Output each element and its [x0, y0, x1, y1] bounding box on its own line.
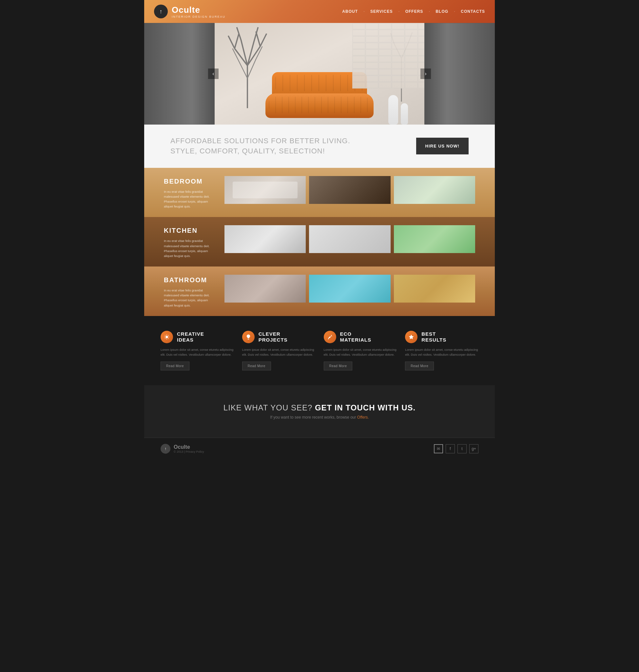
feature-creative-title2: IDEAS	[177, 337, 204, 343]
hero-slider: ‹ ›	[144, 23, 495, 125]
contact-offers-link[interactable]: Offers.	[357, 415, 369, 419]
kitchen-image-2[interactable]	[309, 225, 390, 253]
kitchen-images	[224, 225, 475, 253]
kitchen-title: KITCHEN	[164, 227, 218, 234]
cta-section: AFFORDABLE SOLUTIONS FOR BETTER LIVING. …	[144, 125, 495, 168]
kitchen-image-1[interactable]	[224, 225, 306, 253]
bathroom-image-2[interactable]	[309, 275, 390, 303]
contact-line2: GET IN TOUCH WITH US.	[315, 403, 416, 412]
brand-name: Oculte	[172, 5, 200, 15]
cta-line2: STYLE, COMFORT, QUALITY, SELECTION!	[170, 146, 350, 156]
header: ↑ Oculte INTERIOR DESIGN BUREAU ABOUT • …	[144, 0, 495, 23]
vase-2	[401, 103, 408, 125]
contact-main-text: LIKE WHAT YOU SEE? GET IN TOUCH WITH US.	[170, 403, 469, 412]
kitchen-image-3[interactable]	[394, 225, 475, 253]
bedroom-desc: In eu erat vitae felis gravidat malesuae…	[164, 189, 218, 209]
feature-eco-title1: ECO	[340, 331, 371, 337]
hero-image-area	[215, 23, 424, 125]
feature-creative-desc: Lorem ipsum dolor sit amet, conse eturet…	[160, 347, 234, 357]
nav-contacts[interactable]: CONTACTS	[461, 9, 485, 14]
bedroom-image-3[interactable]	[394, 176, 475, 204]
cta-line1: AFFORDABLE SOLUTIONS FOR BETTER LIVING.	[170, 136, 350, 146]
logo-area: ↑ Oculte INTERIOR DESIGN BUREAU	[154, 4, 225, 18]
bedroom-info: BEDROOM In eu erat vitae felis gravidat …	[164, 176, 218, 209]
feature-best-titles: BEST RESULTS	[421, 331, 446, 343]
feature-best-header: BEST RESULTS	[405, 331, 479, 343]
feature-eco-titles: ECO MATERIALS	[340, 331, 371, 343]
nav-dot-1: •	[364, 11, 364, 13]
footer: ↑ Oculte © 2013 | Privacy Policy ✉ f t g…	[144, 438, 495, 460]
contact-section: LIKE WHAT YOU SEE? GET IN TOUCH WITH US.…	[144, 385, 495, 438]
kitchen-section: KITCHEN In eu erat vitae felis gravidat …	[144, 217, 495, 266]
bathroom-image-3[interactable]	[394, 275, 475, 303]
bathroom-section: BATHROOM In eu erat vitae felis gravidat…	[144, 266, 495, 316]
bedroom-section: BEDROOM In eu erat vitae felis gravidat …	[144, 168, 495, 217]
nav-services[interactable]: SERVICES	[370, 9, 393, 14]
footer-logo: ↑ Oculte © 2013 | Privacy Policy	[160, 444, 204, 454]
svg-rect-1	[352, 23, 424, 89]
feature-creative: CREATIVE IDEAS Lorem ipsum dolor sit ame…	[160, 331, 234, 370]
footer-brand-name: Oculte	[174, 444, 204, 450]
social-gplus-button[interactable]: g+	[469, 444, 479, 453]
feature-best-title1: BEST	[421, 331, 446, 337]
kitchen-info: KITCHEN In eu erat vitae felis gravidat …	[164, 225, 218, 258]
feature-best-title2: RESULTS	[421, 337, 446, 343]
hero-left-overlay	[144, 23, 213, 125]
bathroom-image-1[interactable]	[224, 275, 306, 303]
feature-eco-header: ECO MATERIALS	[324, 331, 397, 343]
feature-clever-desc: Lorem ipsue dolor sit amet, conse eturet…	[242, 347, 315, 357]
main-nav: ABOUT • SERVICES • OFFERS • BLOG • CONTA…	[342, 9, 485, 14]
feature-eco-desc: Lorem ipsum dolor sit amet, conse eturet…	[324, 347, 397, 357]
bedroom-images	[224, 176, 475, 204]
feature-clever: CLEVER PROJECTS Lorem ipsue dolor sit am…	[242, 331, 315, 370]
footer-copyright: © 2013 | Privacy Policy	[174, 450, 204, 453]
feature-clever-title1: CLEVER	[259, 331, 288, 337]
feature-best: BEST RESULTS Lorem ipsum dolor sit amet,…	[405, 331, 479, 370]
svg-point-2	[166, 336, 168, 338]
bathroom-desc: In eu erat vitae felis gravidat malesuae…	[164, 288, 218, 308]
bedroom-image-1[interactable]	[224, 176, 306, 204]
clever-read-more-button[interactable]: Read More	[242, 362, 271, 370]
feature-clever-title2: PROJECTS	[259, 337, 288, 343]
footer-logo-icon: ↑	[160, 444, 170, 454]
brick-wall	[352, 23, 424, 89]
kitchen-desc: In eu erat vitae felis gravidat malesuae…	[164, 238, 218, 258]
nav-blog[interactable]: BLOG	[436, 9, 448, 14]
creative-read-more-button[interactable]: Read More	[160, 362, 189, 370]
logo-text: Oculte INTERIOR DESIGN BUREAU	[172, 5, 225, 18]
feature-creative-header: CREATIVE IDEAS	[160, 331, 234, 343]
features-section: CREATIVE IDEAS Lorem ipsum dolor sit ame…	[144, 316, 495, 385]
nav-about[interactable]: ABOUT	[342, 9, 358, 14]
hero-right-overlay	[426, 23, 495, 125]
hire-us-button[interactable]: HIRE US NOW!	[416, 138, 469, 154]
nav-offers[interactable]: OFFERS	[405, 9, 423, 14]
feature-eco: ECO MATERIALS Lorem ipsum dolor sit amet…	[324, 331, 397, 370]
nav-dot-4: •	[454, 11, 455, 13]
best-icon	[405, 331, 418, 343]
bathroom-info: BATHROOM In eu erat vitae felis gravidat…	[164, 275, 218, 308]
eco-icon	[324, 331, 336, 343]
best-read-more-button[interactable]: Read More	[405, 362, 434, 370]
footer-social: ✉ f t g+	[434, 444, 479, 453]
hero-prev-button[interactable]: ‹	[208, 68, 219, 79]
rooms-container: BEDROOM In eu erat vitae felis gravidat …	[144, 168, 495, 316]
eco-read-more-button[interactable]: Read More	[324, 362, 353, 370]
bedroom-title: BEDROOM	[164, 178, 218, 185]
nav-dot-3: •	[429, 11, 430, 13]
feature-creative-titles: CREATIVE IDEAS	[177, 331, 204, 343]
social-twitter-button[interactable]: t	[457, 444, 467, 453]
vase-1	[388, 95, 398, 125]
feature-eco-title2: MATERIALS	[340, 337, 371, 343]
features-grid: CREATIVE IDEAS Lorem ipsum dolor sit ame…	[160, 331, 479, 370]
feature-clever-titles: CLEVER PROJECTS	[259, 331, 288, 343]
cta-text: AFFORDABLE SOLUTIONS FOR BETTER LIVING. …	[170, 136, 350, 156]
clever-icon	[242, 331, 255, 343]
feature-clever-header: CLEVER PROJECTS	[242, 331, 315, 343]
social-email-button[interactable]: ✉	[434, 444, 443, 453]
bedroom-image-2[interactable]	[309, 176, 390, 204]
contact-sub-static: If you want to see more recent works, br…	[270, 415, 356, 419]
contact-line1: LIKE WHAT YOU SEE?	[223, 403, 312, 412]
brand-subtitle: INTERIOR DESIGN BUREAU	[172, 15, 225, 18]
social-facebook-button[interactable]: f	[446, 444, 455, 453]
hero-next-button[interactable]: ›	[420, 68, 431, 79]
